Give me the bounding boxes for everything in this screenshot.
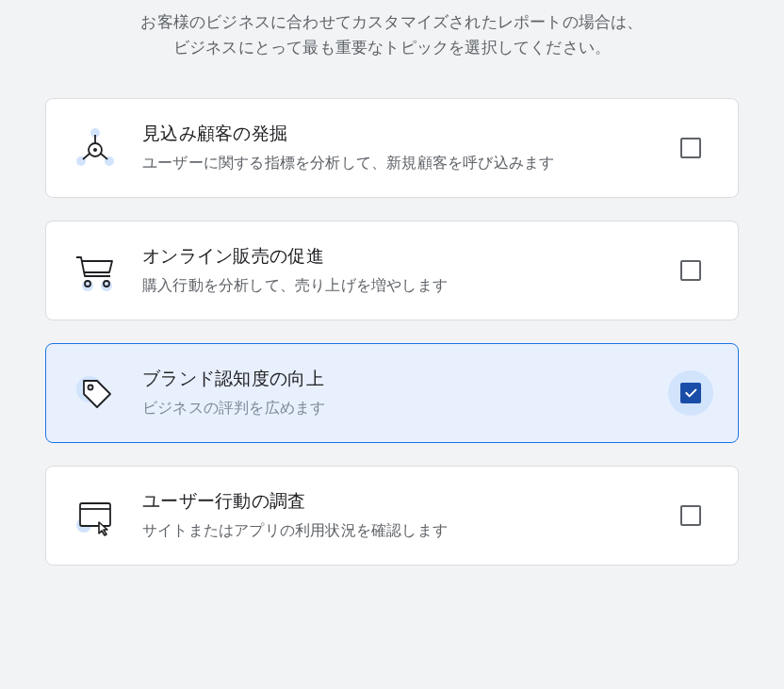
checkbox[interactable] xyxy=(680,505,701,526)
svg-line-7 xyxy=(101,154,107,159)
option-card-brand[interactable]: ブランド認知度の向上 ビジネスの評判を広めます xyxy=(45,343,739,443)
intro-text: お客様のビジネスに合わせてカスタマイズされたレポートの場合は、 ビジネスにとって… xyxy=(45,9,739,60)
option-text: オンライン販売の促進 購入行動を分析して、売り上げを増やします xyxy=(142,244,645,297)
option-title: ブランド認知度の向上 xyxy=(142,367,645,391)
option-card-leads[interactable]: 見込み顧客の発掘 ユーザーに関する指標を分析して、新規顧客を呼び込みます xyxy=(45,98,739,198)
option-text: ブランド認知度の向上 ビジネスの評判を広めます xyxy=(142,367,645,419)
option-desc: ビジネスの評判を広めます xyxy=(142,397,645,419)
option-card-sales[interactable]: オンライン販売の促進 購入行動を分析して、売り上げを増やします xyxy=(45,221,739,320)
checkbox-wrap xyxy=(668,248,713,293)
leads-icon xyxy=(71,123,120,172)
tag-icon xyxy=(71,369,120,418)
browser-icon xyxy=(71,491,120,540)
option-title: オンライン販売の促進 xyxy=(142,244,645,269)
svg-line-6 xyxy=(83,154,90,159)
option-text: 見込み顧客の発掘 ユーザーに関する指標を分析して、新規顧客を呼び込みます xyxy=(142,122,645,174)
checkbox-checked[interactable] xyxy=(680,383,701,403)
checkbox[interactable] xyxy=(680,260,701,281)
checkbox-wrap xyxy=(668,370,713,416)
checkbox-wrap xyxy=(668,125,713,171)
intro-line-1: お客様のビジネスに合わせてカスタマイズされたレポートの場合は、 xyxy=(140,13,643,31)
option-card-behavior[interactable]: ユーザー行動の調査 サイトまたはアプリの利用状況を確認します xyxy=(45,466,739,566)
intro-line-2: ビジネスにとって最も重要なトピックを選択してください。 xyxy=(173,39,611,57)
option-desc: ユーザーに関する指標を分析して、新規顧客を呼び込みます xyxy=(142,152,645,174)
svg-point-4 xyxy=(93,148,97,152)
option-desc: サイトまたはアプリの利用状況を確認します xyxy=(142,519,645,542)
svg-rect-15 xyxy=(80,503,110,526)
cart-icon xyxy=(71,246,120,295)
option-title: 見込み顧客の発掘 xyxy=(142,122,645,146)
option-title: ユーザー行動の調査 xyxy=(142,489,645,514)
checkbox[interactable] xyxy=(680,138,701,158)
checkbox-wrap xyxy=(668,493,713,538)
option-desc: 購入行動を分析して、売り上げを増やします xyxy=(142,274,645,297)
options-list: 見込み顧客の発掘 ユーザーに関する指標を分析して、新規顧客を呼び込みます オンラ… xyxy=(45,98,739,566)
option-text: ユーザー行動の調査 サイトまたはアプリの利用状況を確認します xyxy=(142,489,645,542)
